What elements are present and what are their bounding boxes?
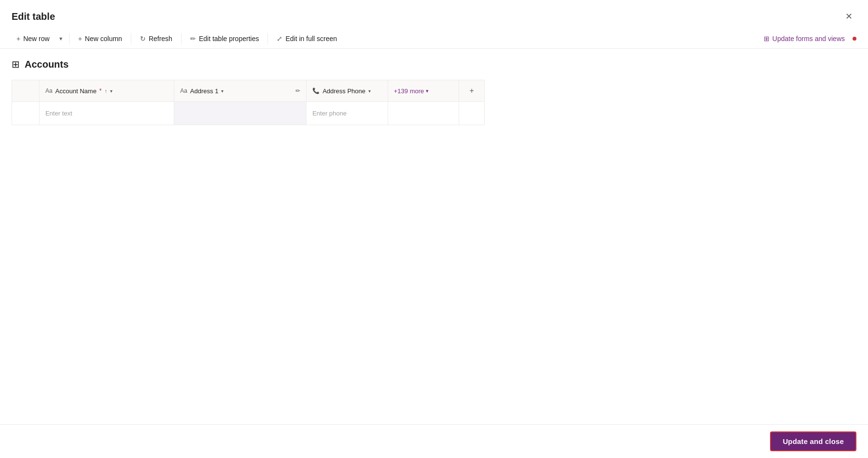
chevron-down-icon: ▾: [59, 35, 62, 42]
th-account-name-icon: Aa: [45, 87, 53, 94]
refresh-icon: ↻: [140, 35, 146, 43]
table-name: Accounts: [25, 59, 69, 70]
edit-fullscreen-label: Edit in full screen: [285, 35, 337, 43]
new-row-dropdown-button[interactable]: ▾: [56, 32, 65, 45]
plus-icon-2: +: [78, 35, 82, 43]
toolbar: + New row ▾ + New column ↻ Refresh ✏: [0, 29, 868, 49]
update-forms-button[interactable]: ⊞ Update forms and views: [759, 32, 850, 45]
table-title-row: ⊞ Accounts: [12, 58, 856, 70]
edit-table-modal: Edit table ✕ + New row ▾ + New column ↻: [0, 0, 868, 458]
td-account-name[interactable]: Enter text: [39, 102, 174, 125]
th-row-num: [12, 80, 40, 102]
new-column-label: New column: [85, 35, 122, 43]
footer: Update and close: [0, 424, 868, 458]
th-address1-edit-icon[interactable]: ✏: [295, 87, 300, 94]
td-add: [459, 102, 485, 125]
content-area: ⊞ Accounts Aa Account Name *: [0, 49, 868, 424]
update-forms-icon: ⊞: [764, 35, 770, 43]
th-account-name-sort-icon[interactable]: ↑: [105, 88, 108, 94]
new-column-button[interactable]: + New column: [73, 32, 127, 45]
update-forms-label: Update forms and views: [772, 35, 845, 43]
td-row-num: [12, 102, 40, 125]
more-columns-chevron-icon: ▾: [426, 88, 429, 94]
update-and-close-button[interactable]: Update and close: [770, 431, 856, 451]
modal-title: Edit table: [12, 11, 55, 22]
title-bar: Edit table ✕: [0, 0, 868, 29]
table-header-row: Aa Account Name * ↑ ▾ Aa Address 1 ▾: [12, 80, 485, 102]
th-account-name-dropdown-icon[interactable]: ▾: [110, 88, 112, 94]
toolbar-divider-2: [131, 33, 131, 44]
edit-table-properties-button[interactable]: ✏ Edit table properties: [185, 32, 264, 45]
td-more: [388, 102, 459, 125]
th-address-phone-dropdown-icon[interactable]: ▾: [368, 88, 371, 94]
th-add-column[interactable]: +: [459, 80, 485, 102]
notification-dot: [853, 37, 856, 41]
fullscreen-icon: ⤢: [277, 35, 282, 43]
edit-fullscreen-button[interactable]: ⤢ Edit in full screen: [272, 32, 342, 45]
toolbar-divider-1: [69, 33, 70, 44]
th-account-name[interactable]: Aa Account Name * ↑ ▾: [39, 80, 174, 102]
edit-table-props-label: Edit table properties: [199, 35, 259, 43]
th-address-phone-label: Address Phone: [322, 87, 365, 95]
td-address1[interactable]: [174, 102, 307, 125]
refresh-button[interactable]: ↻ Refresh: [135, 32, 177, 45]
table-row: Enter text Enter phone: [12, 102, 485, 125]
td-address-phone-placeholder: Enter phone: [312, 110, 347, 117]
new-row-button[interactable]: + New row: [12, 32, 55, 45]
td-address-phone[interactable]: Enter phone: [307, 102, 388, 125]
new-row-label: New row: [23, 35, 49, 43]
th-address1[interactable]: Aa Address 1 ▾ ✏: [174, 80, 307, 102]
data-table: Aa Account Name * ↑ ▾ Aa Address 1 ▾: [12, 80, 485, 125]
th-account-name-label: Account Name: [56, 87, 97, 95]
th-account-name-required: *: [99, 87, 102, 94]
td-account-name-placeholder: Enter text: [45, 110, 72, 117]
th-address1-icon: Aa: [180, 87, 187, 94]
toolbar-left: + New row ▾ + New column ↻ Refresh ✏: [12, 32, 342, 45]
th-address-phone-icon: 📞: [312, 87, 320, 94]
th-more-columns[interactable]: +139 more ▾: [388, 80, 459, 102]
pencil-icon: ✏: [190, 35, 196, 43]
add-column-button[interactable]: +: [465, 85, 477, 97]
toolbar-right: ⊞ Update forms and views: [759, 32, 856, 45]
refresh-label: Refresh: [149, 35, 172, 43]
table-grid-icon: ⊞: [12, 58, 20, 70]
plus-icon: +: [16, 35, 20, 43]
more-columns-label: +139 more: [394, 87, 424, 95]
th-address-phone[interactable]: 📞 Address Phone ▾: [307, 80, 388, 102]
toolbar-divider-3: [181, 33, 182, 44]
toolbar-divider-4: [267, 33, 268, 44]
th-address1-label: Address 1: [190, 87, 219, 95]
th-address1-dropdown-icon[interactable]: ▾: [221, 88, 224, 94]
close-button[interactable]: ✕: [841, 9, 856, 24]
